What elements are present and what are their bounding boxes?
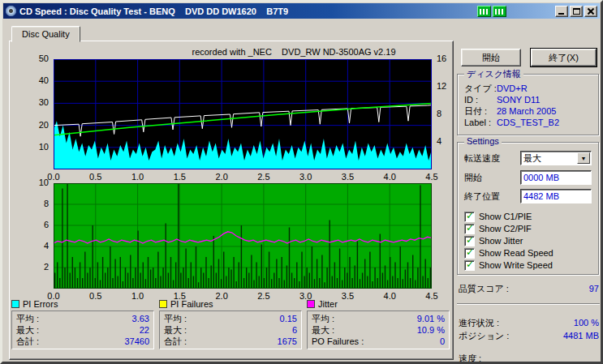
pi-errors-chart: 50403020101612840.00.51.01.52.02.53.03.5… xyxy=(54,59,432,169)
axis-tick: 2.5 xyxy=(254,172,274,182)
pi-failures-swatch-icon xyxy=(159,300,167,308)
axis-tick: 2 xyxy=(24,262,49,272)
checkbox-icon: ✓ xyxy=(464,260,475,271)
speed-row: 速度 : xyxy=(459,353,599,364)
quality-score-row: 品質スコア : 97 xyxy=(459,283,599,294)
axis-tick: 4 xyxy=(437,136,456,146)
stat-row: 最大 :22 xyxy=(16,324,149,336)
axis-tick: 2.0 xyxy=(212,172,231,182)
disc-info-title: ディスク情報 xyxy=(464,68,523,80)
start-position-label: 開始 xyxy=(464,170,482,185)
progress-value: 100 % xyxy=(574,317,599,328)
chevron-down-icon[interactable]: ▼ xyxy=(577,152,590,164)
window-title: CD Speed : Disc Quality Test - BENQ DVD … xyxy=(19,6,476,16)
titlebar-disc-icon-button[interactable] xyxy=(493,6,506,17)
stat-row: 平均 :3.63 xyxy=(16,313,149,324)
legend-jitter: Jitter 平均 :9.01 % 最大 :10.9 % PO Failures… xyxy=(307,299,450,349)
pi-failures-jitter-chart: 1086420.00.51.01.52.02.53.03.54.04.5 xyxy=(54,183,432,289)
maximize-icon xyxy=(573,8,580,15)
axis-tick: 8 xyxy=(24,199,49,208)
quality-score-label: 品質スコア : xyxy=(459,283,509,294)
progress-label: 進行状況 : xyxy=(459,317,499,328)
stat-row: 合計 :37460 xyxy=(16,336,149,347)
minimize-button[interactable] xyxy=(555,6,568,17)
axis-tick: 30 xyxy=(24,97,49,107)
tab-page: recorded with _NEC DVD_RW ND-3500AG v2.1… xyxy=(9,41,454,360)
transfer-speed-label: 転送速度 xyxy=(464,151,500,165)
separator xyxy=(457,303,600,305)
checkbox-show-c2-pif[interactable]: ✓Show C2/PIF xyxy=(464,223,532,234)
tab-disc-quality[interactable]: Disc Quality xyxy=(11,26,80,42)
jitter-swatch-icon xyxy=(307,300,315,308)
legend-title: Jitter xyxy=(318,299,338,309)
stat-row: 最大 :10.9 % xyxy=(312,324,445,336)
checkbox-icon: ✓ xyxy=(464,236,475,246)
stat-row: 平均 :0.15 xyxy=(164,313,297,324)
pi-errors-swatch-icon xyxy=(11,300,19,308)
maximize-button[interactable] xyxy=(570,6,583,17)
axis-tick: 6 xyxy=(24,220,49,229)
legend-pi-errors: PI Errors 平均 :3.63 最大 :22 合計 :37460 xyxy=(11,299,154,349)
axis-tick: 4 xyxy=(24,241,49,251)
axis-tick: 50 xyxy=(24,54,49,63)
axis-tick: 10 xyxy=(24,178,49,187)
pi-failures-stats-box: 平均 :0.15 最大 :6 合計 :1675 xyxy=(159,310,302,349)
progress-row: 進行状況 : 100 % xyxy=(459,317,599,328)
checkbox-icon: ✓ xyxy=(464,212,475,222)
start-button[interactable]: 開始 xyxy=(461,49,521,66)
axis-tick: 10 xyxy=(24,142,49,152)
axis-tick: 8 xyxy=(437,109,456,118)
transfer-speed-select[interactable]: 最大 ▼ xyxy=(520,151,592,165)
axis-tick: 16 xyxy=(437,54,456,63)
checkbox-show-jitter[interactable]: ✓Show Jitter xyxy=(464,235,523,246)
checkbox-icon: ✓ xyxy=(464,248,475,259)
close-button[interactable] xyxy=(584,6,597,17)
position-row: ポジション : 4481 MB xyxy=(459,330,599,341)
position-value: 4481 MB xyxy=(563,330,599,341)
axis-tick: 1.0 xyxy=(128,172,148,182)
legend-pi-failures: PI Failures 平均 :0.15 最大 :6 合計 :1675 xyxy=(159,299,302,349)
app-icon xyxy=(6,6,16,16)
disc-id-row: ID :SONY D11 xyxy=(464,94,593,105)
end-position-input[interactable]: 4482 MB xyxy=(520,189,592,203)
speed-label: 速度 : xyxy=(459,353,481,364)
stat-row: 最大 :6 xyxy=(164,324,297,336)
axis-tick: 3.5 xyxy=(338,172,357,182)
disc-info-group: ディスク情報 タイプ :DVD+R ID :SONY D11 日付 :28 Ma… xyxy=(457,74,599,135)
legend-title: PI Failures xyxy=(170,299,213,309)
axis-tick: 1.5 xyxy=(170,172,189,182)
settings-title: Settings xyxy=(464,136,502,146)
legend-title: PI Errors xyxy=(23,299,58,309)
app-window: CD Speed : Disc Quality Test - BENQ DVD … xyxy=(0,0,603,364)
recorded-with-text: recorded with _NEC DVD_RW ND-3500AG v2.1… xyxy=(164,47,424,57)
pi-errors-stats-box: 平均 :3.63 最大 :22 合計 :37460 xyxy=(11,310,154,349)
axis-tick: 3.0 xyxy=(296,172,316,182)
disc-type-row: タイプ :DVD+R xyxy=(464,83,593,94)
checkbox-show-c1-pie[interactable]: ✓Show C1/PIE xyxy=(464,211,532,222)
disc-label-row: Label :CDS_TEST_B2 xyxy=(464,117,593,128)
minimize-icon xyxy=(558,13,564,15)
axis-tick: 40 xyxy=(24,75,49,85)
titlebar[interactable]: CD Speed : Disc Quality Test - BENQ DVD … xyxy=(3,3,600,19)
position-label: ポジション : xyxy=(459,330,509,341)
stat-row: 合計 :1675 xyxy=(164,336,297,347)
exit-button[interactable]: 終了(X) xyxy=(531,49,597,66)
checkbox-icon: ✓ xyxy=(464,224,475,234)
disc-date-row: 日付 :28 March 2005 xyxy=(464,105,593,117)
jitter-stats-box: 平均 :9.01 % 最大 :10.9 % PO Failures :0 xyxy=(307,310,450,349)
end-position-label: 終了位置 xyxy=(464,189,500,203)
start-position-input[interactable]: 0000 MB xyxy=(520,170,592,185)
axis-tick: 20 xyxy=(24,120,49,130)
stat-row: PO Failures :0 xyxy=(312,336,445,347)
stat-row: 平均 :9.01 % xyxy=(312,313,445,324)
quality-score-value: 97 xyxy=(589,283,599,294)
axis-tick: 0.5 xyxy=(86,172,106,182)
checkbox-show-read-speed[interactable]: ✓Show Read Speed xyxy=(464,247,553,259)
axis-tick: 4.5 xyxy=(422,172,441,182)
titlebar-graph-icon-button[interactable] xyxy=(477,6,491,17)
checkbox-show-write-speed[interactable]: ✓Show Write Speed xyxy=(464,259,553,271)
settings-group: Settings 転送速度 最大 ▼ 開始 0000 MB 終了位置 4482 … xyxy=(457,142,599,275)
axis-tick: 12 xyxy=(437,81,456,91)
axis-tick: 4.0 xyxy=(380,172,399,182)
